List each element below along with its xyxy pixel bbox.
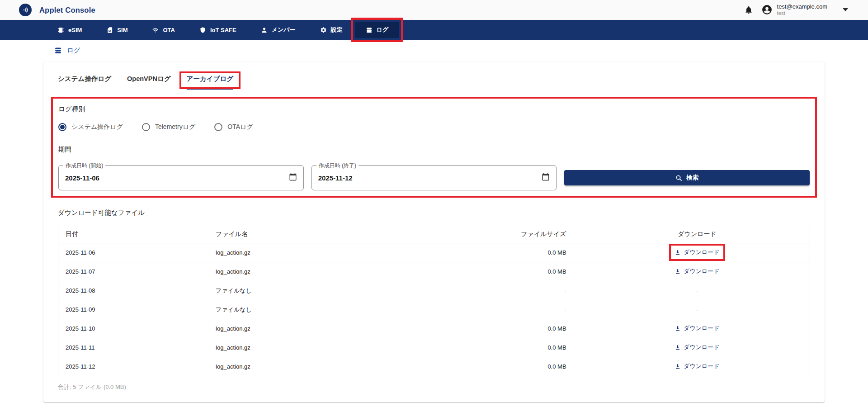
topbar: Applet Console test@example.com test	[0, 0, 868, 20]
calendar-icon[interactable]	[289, 173, 297, 183]
tab-system-log[interactable]: システム操作ログ	[58, 75, 111, 90]
download-link-label: ダウンロード	[684, 324, 720, 332]
tab-label: アーカイブログ	[187, 75, 234, 82]
radio-selected-icon	[58, 123, 66, 131]
download-link-label: ダウンロード	[684, 343, 720, 351]
cell-filename: log_action.gz	[208, 357, 479, 376]
table-row: 2025-11-07 log_action.gz 0.0 MB ダウンロード	[58, 262, 810, 281]
nav-item-label: メンバー	[272, 26, 296, 34]
app-logo[interactable]: Applet Console	[19, 4, 95, 16]
person-icon	[261, 27, 268, 33]
account-circle-icon[interactable]	[761, 4, 773, 15]
nav-item-sim[interactable]: SIM	[94, 20, 140, 40]
log-tabs: システム操作ログ OpenVPNログ アーカイブログ	[58, 75, 810, 90]
cell-date: 2025-11-12	[58, 357, 209, 376]
database-icon	[366, 27, 373, 33]
cell-download-empty: -	[585, 281, 810, 300]
nav-item-label: eSIM	[68, 27, 82, 33]
files-table: 日付 ファイル名 ファイルサイズ ダウンロード 2025-11-06 log_a…	[58, 225, 810, 376]
breadcrumb-item-logs[interactable]: ログ	[67, 46, 80, 55]
search-button-label: 検索	[686, 174, 698, 182]
search-icon	[675, 175, 682, 181]
tab-archive-log[interactable]: アーカイブログ	[187, 75, 234, 90]
cell-date: 2025-11-10	[58, 319, 209, 338]
cell-filesize: 0.0 MB	[479, 357, 585, 376]
app-title: Applet Console	[39, 6, 95, 14]
broadcast-logo-icon	[19, 4, 32, 16]
wifi-icon	[152, 27, 159, 33]
nav-item-iot-safe[interactable]: IoT SAFE	[187, 20, 249, 40]
download-link-label: ダウンロード	[684, 267, 720, 275]
date-start-field[interactable]: 作成日時 (開始) 2025-11-06	[58, 165, 304, 190]
cell-filename: log_action.gz	[208, 319, 479, 338]
log-card: システム操作ログ OpenVPNログ アーカイブログ ログ種別 システム操作ログ…	[43, 62, 825, 402]
radio-label: OTAログ	[227, 123, 253, 131]
cell-filesize: 0.0 MB	[479, 319, 585, 338]
cell-filesize: 0.0 MB	[479, 243, 585, 262]
nav-item-members[interactable]: メンバー	[249, 20, 308, 40]
table-row: 2025-11-11 log_action.gz 0.0 MB ダウンロード	[58, 338, 810, 357]
cell-date: 2025-11-11	[58, 338, 209, 357]
nav-item-label: ログ	[377, 26, 389, 34]
nav-item-esim[interactable]: eSIM	[45, 20, 94, 40]
radio-system-log[interactable]: システム操作ログ	[58, 123, 123, 131]
nav-item-label: OTA	[163, 27, 175, 33]
col-header-download: ダウンロード	[585, 225, 810, 243]
date-start-label: 作成日時 (開始)	[63, 162, 105, 170]
cell-download-empty: -	[585, 300, 810, 319]
shield-icon	[199, 27, 206, 33]
period-label: 期間	[58, 145, 810, 154]
calendar-icon[interactable]	[542, 173, 550, 183]
table-row: 2025-11-06 log_action.gz 0.0 MB ダウンロード	[58, 243, 810, 262]
log-type-label: ログ種別	[58, 105, 810, 114]
files-section-title: ダウンロード可能なファイル	[58, 208, 810, 217]
cell-filename: log_action.gz	[208, 262, 479, 281]
download-link-label: ダウンロード	[684, 362, 720, 370]
user-name: test	[777, 10, 827, 17]
radio-label: Telemetryログ	[155, 123, 195, 131]
date-end-label: 作成日時 (終了)	[316, 162, 359, 170]
filter-section: ログ種別 システム操作ログ Telemetryログ OTAログ 期間	[58, 98, 810, 197]
cell-filesize-empty: -	[479, 281, 585, 300]
nav-item-settings[interactable]: 設定	[308, 20, 355, 40]
download-link[interactable]: ダウンロード	[675, 248, 720, 256]
breadcrumb: ログ	[0, 40, 868, 61]
table-row: 2025-11-12 log_action.gz 0.0 MB ダウンロード	[58, 357, 810, 376]
nav-item-label: 設定	[331, 26, 343, 34]
notifications-bell-icon[interactable]	[744, 5, 753, 14]
chip-icon	[57, 27, 64, 33]
tab-openvpn-log[interactable]: OpenVPNログ	[127, 75, 171, 90]
cell-date: 2025-11-06	[58, 243, 209, 262]
download-icon	[675, 249, 681, 256]
download-icon	[675, 268, 681, 275]
cell-filesize-empty: -	[479, 300, 585, 319]
cell-filename: log_action.gz	[208, 338, 479, 357]
cell-filename-empty: ファイルなし	[208, 281, 479, 300]
date-end-field[interactable]: 作成日時 (終了) 2025-11-12	[311, 165, 557, 190]
date-start-value: 2025-11-06	[65, 174, 99, 182]
radio-telemetry-log[interactable]: Telemetryログ	[142, 123, 195, 131]
date-end-value: 2025-11-12	[318, 174, 353, 182]
account-menu-caret-icon[interactable]	[843, 8, 848, 11]
cell-filename: log_action.gz	[208, 243, 479, 262]
download-link[interactable]: ダウンロード	[675, 267, 720, 275]
download-link[interactable]: ダウンロード	[675, 343, 720, 351]
download-icon	[675, 344, 681, 350]
download-link-label: ダウンロード	[684, 248, 720, 256]
download-link[interactable]: ダウンロード	[675, 362, 720, 370]
download-link[interactable]: ダウンロード	[675, 324, 720, 332]
nav-item-label: SIM	[117, 27, 127, 33]
download-icon	[675, 363, 681, 369]
radio-label: システム操作ログ	[71, 123, 123, 131]
table-header-row: 日付 ファイル名 ファイルサイズ ダウンロード	[58, 225, 810, 243]
col-header-filesize: ファイルサイズ	[479, 225, 585, 243]
search-button[interactable]: 検索	[564, 170, 810, 185]
nav-item-ota[interactable]: OTA	[140, 20, 187, 40]
main-content: システム操作ログ OpenVPNログ アーカイブログ ログ種別 システム操作ログ…	[0, 62, 868, 412]
radio-ota-log[interactable]: OTAログ	[214, 123, 253, 131]
database-icon	[54, 47, 62, 54]
date-filter-row: 作成日時 (開始) 2025-11-06 作成日時 (終了) 2025-11-1…	[58, 165, 810, 190]
table-row: 2025-11-10 log_action.gz 0.0 MB ダウンロード	[58, 319, 810, 338]
nav-item-logs[interactable]: ログ	[355, 22, 400, 38]
cell-date: 2025-11-07	[58, 262, 209, 281]
